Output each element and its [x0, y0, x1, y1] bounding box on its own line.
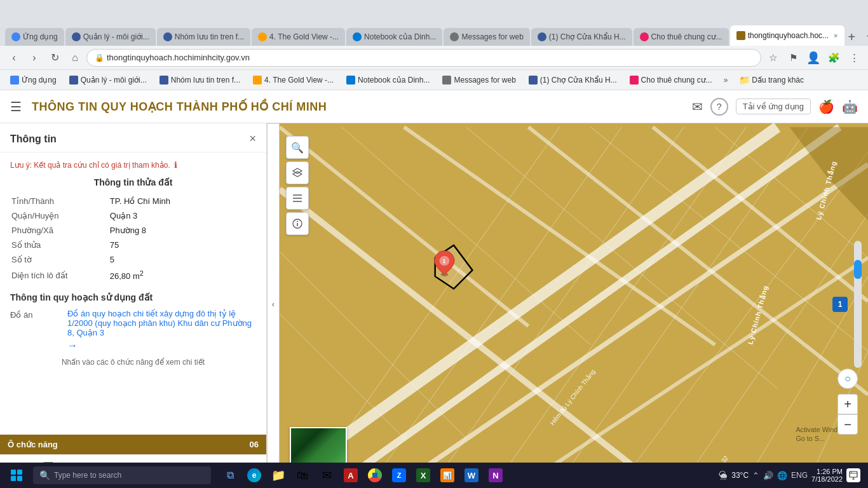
layers-tool-btn[interactable] — [286, 161, 309, 184]
taskbar-app-taskview[interactable]: ⧉ — [219, 464, 241, 487]
new-tab-btn[interactable]: + — [848, 28, 856, 46]
edge-icon: e — [247, 468, 261, 482]
settings-btn[interactable]: ⋮ — [845, 49, 863, 67]
do-an-link[interactable]: Đồ án quy hoạch chi tiết xây dựng đô thị… — [67, 309, 252, 337]
map-area[interactable]: Lý Chính Thắng Lý Chính Thắng Hẻm đủ Lý … — [280, 123, 868, 485]
taskbar-app-mail[interactable]: ✉ — [315, 464, 338, 487]
search-tool-btn[interactable]: 🔍 — [286, 136, 309, 159]
svg-point-40 — [441, 273, 449, 276]
zoom-in-btn[interactable]: + — [837, 394, 858, 414]
bookmark-cho[interactable]: (1) Chợ Cửa Khẩu H... — [524, 74, 622, 86]
svg-line-17 — [529, 127, 868, 395]
extensions-btn[interactable]: 🧩 — [825, 49, 843, 67]
win-logo-sq1 — [11, 470, 16, 475]
home-btn[interactable]: ⌂ — [66, 49, 84, 67]
refresh-btn[interactable]: ↻ — [46, 49, 64, 67]
taskbar-app-zalo[interactable]: Z — [388, 464, 410, 487]
download-app-btn[interactable]: Tải về ứng dụng — [736, 98, 811, 114]
android-icon-btn[interactable]: 🤖 — [842, 99, 858, 114]
chevron-up-icon[interactable]: ⌃ — [752, 471, 759, 480]
bookmark-nhom[interactable]: Nhóm lưu tin tren f... — [154, 74, 245, 86]
taskbar-app-store[interactable]: 🛍 — [291, 464, 314, 487]
info-warning-icon[interactable]: ℹ — [174, 160, 177, 170]
tab-quanly[interactable]: Quản lý - môi giới... — [65, 28, 156, 46]
side-panel-title: Thông tin — [10, 133, 57, 145]
weather-icon[interactable]: 🌦 — [719, 470, 728, 480]
bookmark-label-1: Ứng dụng — [22, 76, 57, 85]
map-scroll-thumb[interactable] — [854, 260, 862, 279]
tab-apps[interactable]: Ứng dụng — [5, 28, 64, 46]
bookmark-more-btn[interactable]: » — [720, 74, 732, 86]
taskbar-app-excel[interactable]: X — [412, 464, 435, 487]
map-collapse-btn[interactable]: ‹ — [267, 123, 280, 485]
taskbar-app-access[interactable]: A — [339, 464, 362, 487]
language-indicator: ENG — [791, 471, 808, 480]
tab-chothue[interactable]: Cho thuê chung cư... — [634, 28, 729, 46]
taskbar-app-edge[interactable]: e — [243, 464, 266, 487]
tab-label-apps: Ứng dụng — [23, 32, 58, 41]
svg-text:1: 1 — [442, 258, 445, 264]
notification-center-btn[interactable] — [846, 468, 860, 482]
taskbar-app-explorer[interactable]: 📁 — [267, 464, 290, 487]
tab-messages[interactable]: Messages for web — [444, 28, 529, 46]
bookmark-ungdung[interactable]: Ứng dụng — [5, 74, 62, 86]
zoom-circle-btn[interactable]: ○ — [837, 369, 858, 389]
do-an-arrow[interactable]: → — [67, 340, 256, 351]
tab-notebook[interactable]: Notebook của Dinh... — [346, 28, 442, 46]
svg-text:Hẻm đủ Lý Chính Thắng: Hẻm đủ Lý Chính Thắng — [549, 368, 597, 426]
svg-line-28 — [280, 252, 466, 438]
bookmark-notebook[interactable]: Notebook của Dinh... — [341, 74, 435, 86]
list-tool-btn[interactable] — [286, 187, 309, 210]
help-icon-btn[interactable]: ? — [710, 98, 728, 116]
start-button[interactable] — [3, 463, 31, 488]
star-btn[interactable]: ☆ — [764, 49, 782, 67]
svg-text:Go to S...: Go to S... — [796, 435, 824, 442]
mail-icon-btn[interactable]: ✉ — [692, 99, 703, 114]
bookmark-chothue[interactable]: Cho thuê chung cư... — [625, 74, 717, 86]
app-header-right: ✉ ? Tải về ứng dụng 🍎 🤖 — [692, 98, 858, 116]
bookmark-folder[interactable]: 📁 Dấu trang khác — [734, 74, 809, 86]
svg-line-22 — [498, 127, 747, 482]
bookmark-favicon-2 — [69, 76, 78, 85]
bookmark-messages[interactable]: Messages for web — [437, 74, 520, 86]
hamburger-menu-btn[interactable]: ☰ — [10, 99, 22, 114]
nav-bar: ‹ › ↻ ⌂ 🔒 thongtinquyhoach.hochiminhcity… — [0, 46, 868, 70]
section1-title: Thông tin thửa đất — [10, 177, 256, 187]
bookmark-favicon-3 — [159, 76, 168, 85]
taskbar-search[interactable]: 🔍 Type here to search — [33, 466, 211, 484]
word-icon: W — [465, 468, 478, 482]
notification-icon — [849, 471, 858, 480]
bookmark-quanly[interactable]: Quản lý - môi giới... — [64, 74, 152, 86]
bookmark-goldview[interactable]: 4. The Gold View -... — [248, 74, 339, 86]
access-icon: A — [344, 468, 358, 482]
taskbar-app-chrome[interactable] — [363, 464, 386, 487]
taskbar-app-word[interactable]: W — [460, 464, 483, 487]
tab-cho[interactable]: (1) Chợ Cửa Khẩu H... — [531, 28, 632, 46]
forward-btn[interactable]: › — [25, 49, 43, 67]
tab-goldview[interactable]: 4. The Gold View -... — [252, 28, 345, 46]
collections-btn[interactable]: ⚑ — [784, 49, 802, 67]
bookmark-label-3: Nhóm lưu tin tren f... — [171, 76, 240, 85]
map-scrollbar[interactable] — [854, 241, 862, 368]
tab-favicon-notebook — [353, 32, 362, 41]
taskbar-app-powerbi[interactable]: 📊 — [436, 464, 459, 487]
profile-btn[interactable]: 👤 — [804, 49, 822, 67]
info-tool-btn[interactable] — [286, 212, 309, 235]
tab-active-thongtin[interactable]: thongtinquyhoach.hoc... × — [730, 25, 844, 46]
tab-nhom[interactable]: Nhóm lưu tin tren f... — [157, 28, 250, 46]
svg-marker-35 — [435, 245, 473, 289]
apple-icon-btn[interactable]: 🍎 — [818, 99, 834, 114]
network-icon[interactable]: 🌐 — [777, 471, 787, 480]
o-chuc-nang-bar: Ô chức năng 06 — [0, 435, 266, 454]
do-an-row: Đồ án Đồ án quy hoạch chi tiết xây dựng … — [10, 309, 256, 351]
zoom-out-btn[interactable]: − — [837, 414, 858, 435]
back-btn[interactable]: ‹ — [5, 49, 23, 67]
volume-icon[interactable]: 🔊 — [763, 471, 773, 480]
side-panel-close-btn[interactable]: × — [249, 132, 256, 146]
main-content: Thông tin × Lưu ý: Kết quả tra cứu chỉ c… — [0, 123, 868, 485]
taskbar-app-onenote[interactable]: N — [484, 464, 507, 487]
minimize-btn[interactable]: ─ — [857, 25, 868, 46]
tab-close-btn[interactable]: × — [834, 32, 837, 39]
address-bar[interactable]: 🔒 thongtinquyhoach.hochiminhcity.gov.vn — [86, 49, 761, 67]
explorer-icon: 📁 — [271, 468, 285, 482]
